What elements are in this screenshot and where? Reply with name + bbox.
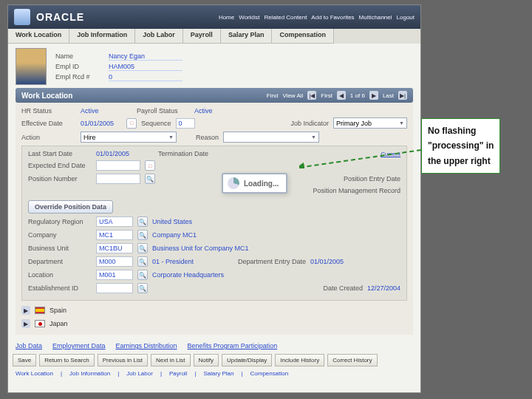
notify-button[interactable]: Notify bbox=[194, 354, 219, 366]
loc-input[interactable] bbox=[96, 270, 133, 280]
ftab-wl[interactable]: Work Location bbox=[16, 370, 53, 377]
co-label: Company bbox=[28, 231, 92, 239]
tab-work-location[interactable]: Work Location bbox=[8, 29, 69, 44]
emp-rec-value: 0 bbox=[109, 73, 183, 81]
estab-label: Establishment ID bbox=[28, 284, 92, 292]
link-job-data[interactable]: Job Data bbox=[16, 342, 42, 349]
emp-name-value: Nancy Egan bbox=[109, 52, 183, 61]
row-counter: 1 of 6 bbox=[350, 92, 365, 99]
update-display-button[interactable]: Update/Display bbox=[222, 354, 272, 366]
ftab-jl[interactable]: Job Labor bbox=[126, 370, 153, 377]
loc-lookup-icon[interactable]: 🔍 bbox=[137, 270, 148, 280]
next-button[interactable]: ▶ bbox=[369, 91, 378, 100]
dept-desc: 01 - President bbox=[152, 258, 233, 265]
prev-list-button[interactable]: Previous in List bbox=[98, 354, 148, 366]
action-select[interactable]: Hire▼ bbox=[81, 132, 177, 143]
bu-desc: Business Unit for Company MC1 bbox=[152, 245, 249, 252]
hdr-logout[interactable]: Logout bbox=[397, 14, 415, 21]
tab-job-labor[interactable]: Job Labor bbox=[135, 29, 183, 44]
section-work-location: Work Location Find View All |◀ First ◀ 1… bbox=[16, 88, 413, 103]
action-label: Action bbox=[21, 134, 76, 141]
flag-japan[interactable]: ▶ Japan bbox=[21, 317, 407, 330]
tab-salary-plan[interactable]: Salary Plan bbox=[221, 29, 273, 44]
last-start-value: 01/01/2005 bbox=[96, 150, 140, 157]
first-button[interactable]: |◀ bbox=[307, 91, 316, 100]
override-position-button[interactable]: Override Position Data bbox=[28, 200, 113, 214]
callout-arrow-icon bbox=[299, 132, 423, 168]
reg-input[interactable] bbox=[96, 216, 133, 227]
link-earn-dist[interactable]: Earnings Distribution bbox=[116, 342, 177, 349]
dept-label: Department bbox=[28, 258, 92, 265]
ftab-cp[interactable]: Compensation bbox=[250, 370, 289, 377]
reg-label: Regulatory Region bbox=[28, 218, 92, 225]
main-tabs: Work Location Job Information Job Labor … bbox=[8, 29, 420, 44]
hdr-fav[interactable]: Add to Favorites bbox=[311, 14, 354, 21]
pos-input[interactable] bbox=[96, 174, 140, 184]
exp-end-calendar-icon[interactable]: □ bbox=[145, 160, 155, 171]
link-benefits[interactable]: Benefits Program Participation bbox=[188, 342, 278, 349]
callout-l2: "processing" in bbox=[428, 138, 494, 153]
co-lookup-icon[interactable]: 🔍 bbox=[137, 230, 148, 240]
save-button[interactable]: Save bbox=[13, 354, 36, 366]
last-start-label: Last Start Date bbox=[28, 150, 92, 157]
term-label: Termination Date bbox=[158, 150, 208, 157]
last-button[interactable]: ▶| bbox=[398, 91, 407, 100]
dept-lookup-icon[interactable]: 🔍 bbox=[137, 256, 148, 267]
bu-lookup-icon[interactable]: 🔍 bbox=[137, 243, 148, 253]
bu-label: Business Unit bbox=[28, 245, 92, 252]
global-header: ORACLE Home Worklist Related Content Add… bbox=[8, 5, 420, 29]
detail-panel: Last Start Date 01/01/2005 Termination D… bbox=[21, 146, 407, 301]
jobind-label: Job Indicator bbox=[290, 120, 329, 127]
co-desc: Company MC1 bbox=[152, 231, 197, 239]
exp-end-label: Expected End Date bbox=[28, 162, 92, 169]
viewall-link[interactable]: View All bbox=[282, 92, 303, 99]
effdate-value: 01/01/2005 bbox=[81, 120, 122, 127]
estab-input[interactable] bbox=[96, 283, 133, 293]
tab-job-info[interactable]: Job Information bbox=[69, 29, 135, 44]
next-list-button[interactable]: Next in List bbox=[151, 354, 191, 366]
jobind-select[interactable]: Primary Job▼ bbox=[333, 117, 407, 129]
dept-entry-value: 01/01/2005 bbox=[310, 258, 344, 265]
pos-lookup-icon[interactable]: 🔍 bbox=[145, 174, 155, 184]
emp-id-value: HAM005 bbox=[109, 63, 183, 71]
estab-lookup-icon[interactable]: 🔍 bbox=[137, 283, 148, 293]
co-input[interactable] bbox=[96, 230, 133, 240]
hr-status-label: HR Status bbox=[21, 107, 76, 115]
emp-id-label: Empl ID bbox=[55, 63, 109, 71]
expand-jp-icon[interactable]: ▶ bbox=[21, 319, 30, 328]
seq-input[interactable] bbox=[176, 118, 195, 129]
ftab-ji[interactable]: Job Information bbox=[69, 370, 110, 377]
brand-text: ORACLE bbox=[36, 11, 84, 23]
dept-input[interactable] bbox=[96, 256, 133, 267]
find-link[interactable]: Find bbox=[267, 92, 279, 99]
hdr-related[interactable]: Related Content bbox=[265, 14, 307, 21]
created-label: Date Created bbox=[323, 284, 363, 292]
seq-label: Sequence bbox=[141, 120, 171, 127]
payroll-status: Active bbox=[194, 107, 213, 115]
annotation-callout: No flashing "processing" in the upper ri… bbox=[421, 118, 500, 174]
hdr-multi[interactable]: Multichannel bbox=[359, 14, 392, 21]
flag-spain[interactable]: ▶ Spain bbox=[21, 304, 407, 317]
correct-history-button[interactable]: Correct History bbox=[327, 354, 377, 366]
ftab-sp[interactable]: Salary Plan bbox=[204, 370, 234, 377]
tab-compensation[interactable]: Compensation bbox=[272, 29, 334, 44]
pos-label: Position Number bbox=[28, 175, 92, 183]
hdr-worklist[interactable]: Worklist bbox=[239, 14, 259, 21]
loading-text: Loading... bbox=[244, 180, 279, 188]
tab-payroll[interactable]: Payroll bbox=[183, 29, 221, 44]
include-history-button[interactable]: Include History bbox=[275, 354, 324, 366]
reg-desc: United States bbox=[152, 218, 192, 225]
ftab-pr[interactable]: Payroll bbox=[169, 370, 187, 377]
hdr-home[interactable]: Home bbox=[219, 14, 234, 21]
exp-end-input[interactable] bbox=[96, 160, 140, 171]
expand-es-icon[interactable]: ▶ bbox=[21, 306, 30, 315]
reg-lookup-icon[interactable]: 🔍 bbox=[137, 216, 148, 227]
callout-l1: No flashing bbox=[428, 123, 494, 138]
link-emp-data[interactable]: Employment Data bbox=[52, 342, 106, 349]
bu-input[interactable] bbox=[96, 243, 133, 253]
section-title: Work Location bbox=[21, 92, 72, 100]
country-flags: ▶ Spain ▶ Japan bbox=[21, 304, 407, 330]
prev-button[interactable]: ◀ bbox=[337, 91, 346, 100]
effdate-calendar-icon[interactable]: □ bbox=[126, 118, 137, 129]
return-button[interactable]: Return to Search bbox=[39, 354, 94, 366]
